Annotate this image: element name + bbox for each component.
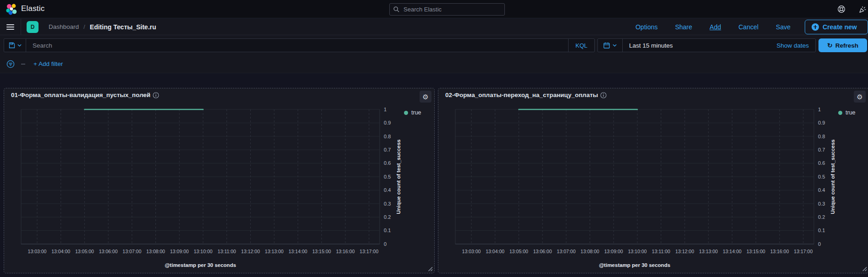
news-feed-icon[interactable] bbox=[858, 5, 867, 14]
global-header: Elastic bbox=[0, 0, 868, 18]
y-axis-title: Unique count of test_success bbox=[830, 109, 835, 244]
space-avatar[interactable]: D bbox=[27, 21, 39, 33]
x-tick-label: 13:14:00 bbox=[723, 249, 741, 254]
x-tick-label: 13:08:00 bbox=[581, 249, 599, 254]
saved-query-menu-button[interactable] bbox=[4, 39, 26, 52]
menu-icon[interactable] bbox=[0, 19, 21, 35]
x-tick-label: 13:04:00 bbox=[486, 249, 504, 254]
y-tick-label: 0.1 bbox=[818, 228, 825, 233]
x-tick-label: 13:03:00 bbox=[462, 249, 481, 254]
panel-settings-gear-icon[interactable]: ⚙ bbox=[420, 91, 431, 103]
x-tick-label: 13:13:00 bbox=[265, 249, 284, 254]
x-tick-label: 13:04:00 bbox=[51, 249, 70, 254]
x-tick-label: 13:15:00 bbox=[312, 249, 331, 254]
y-tick-label: 0.3 bbox=[384, 201, 391, 206]
share-button[interactable]: Share bbox=[666, 23, 701, 31]
create-new-button[interactable]: Create new bbox=[805, 20, 868, 34]
add-button[interactable]: Add bbox=[701, 23, 730, 31]
y-tick-label: 0.8 bbox=[818, 134, 825, 139]
x-tick-label: 13:16:00 bbox=[336, 249, 355, 254]
filter-icon[interactable] bbox=[4, 60, 17, 69]
refresh-icon: ↻ bbox=[827, 42, 833, 49]
search-icon bbox=[393, 6, 399, 12]
toolbar-actions: Options Share Add Cancel Save Create new bbox=[627, 20, 868, 34]
options-button[interactable]: Options bbox=[627, 23, 666, 31]
time-range-value[interactable]: Last 15 minutes bbox=[623, 42, 679, 49]
y-tick-label: 0.5 bbox=[818, 174, 825, 179]
x-tick-label: 13:11:00 bbox=[218, 249, 236, 254]
panel-title: 01-Форма_оплаты-валидация_пустых_полей bbox=[11, 92, 150, 98]
save-button[interactable]: Save bbox=[767, 23, 799, 31]
breadcrumb: Dashboard / Editing Тесты_Site.ru bbox=[49, 23, 156, 31]
filter-drop-hint bbox=[21, 64, 25, 65]
legend-label: true bbox=[846, 109, 856, 116]
x-tick-label: 13:12:00 bbox=[675, 249, 694, 254]
y-tick-label: 0.6 bbox=[384, 160, 391, 166]
x-tick-label: 13:11:00 bbox=[652, 249, 670, 254]
chevron-down-icon bbox=[17, 44, 22, 47]
query-bar: KQL Last 15 minutes Show dates ↻ Refresh bbox=[0, 36, 868, 55]
x-tick-label: 13:10:00 bbox=[628, 249, 647, 254]
cancel-button[interactable]: Cancel bbox=[730, 23, 767, 31]
x-tick-label: 13:08:00 bbox=[146, 249, 165, 254]
panel-resize-handle[interactable] bbox=[428, 266, 433, 272]
elastic-logo[interactable] bbox=[6, 3, 17, 15]
y-tick-label: 0.7 bbox=[818, 147, 825, 152]
panel-resize-handle[interactable] bbox=[862, 266, 867, 272]
x-tick-label: 13:06:00 bbox=[99, 249, 118, 254]
x-tick-label: 13:07:00 bbox=[122, 249, 141, 254]
x-tick-label: 13:17:00 bbox=[359, 249, 378, 254]
breadcrumb-dashboard[interactable]: Dashboard bbox=[49, 23, 79, 30]
y-tick-label: 0 bbox=[818, 241, 821, 247]
y-tick-label: 1 bbox=[818, 107, 821, 112]
x-tick-label: 13:12:00 bbox=[241, 249, 260, 254]
y-tick-label: 0.7 bbox=[384, 147, 391, 152]
info-icon[interactable] bbox=[600, 92, 607, 98]
date-picker: Last 15 minutes Show dates bbox=[597, 38, 816, 52]
save-icon bbox=[9, 42, 15, 49]
calendar-icon bbox=[603, 42, 610, 49]
help-icon[interactable] bbox=[837, 5, 846, 13]
header-icons bbox=[837, 0, 868, 18]
show-dates-button[interactable]: Show dates bbox=[770, 42, 815, 49]
query-search-input[interactable] bbox=[26, 42, 568, 49]
kql-query-input-box: KQL bbox=[4, 38, 595, 52]
panel-settings-gear-icon[interactable]: ⚙ bbox=[854, 91, 866, 103]
y-tick-label: 0.3 bbox=[818, 201, 825, 206]
legend-dot bbox=[404, 111, 408, 115]
date-quick-select-button[interactable] bbox=[598, 39, 623, 52]
global-search-input[interactable] bbox=[403, 5, 501, 13]
dashboard-toolbar: D Dashboard / Editing Тесты_Site.ru Opti… bbox=[0, 19, 868, 35]
legend-item-true[interactable]: true bbox=[838, 109, 856, 116]
x-tick-label: 13:14:00 bbox=[288, 249, 307, 254]
x-tick-label: 13:16:00 bbox=[770, 249, 789, 254]
x-tick-label: 13:09:00 bbox=[604, 249, 623, 254]
filter-bar: + Add filter bbox=[0, 55, 868, 73]
legend-label: true bbox=[411, 109, 421, 116]
plus-icon bbox=[812, 23, 819, 31]
info-icon[interactable] bbox=[153, 92, 159, 98]
line-chart[interactable]: 00.10.20.30.40.50.60.70.80.9113:03:0013:… bbox=[438, 88, 868, 273]
y-tick-label: 0.1 bbox=[384, 228, 391, 233]
legend-dot bbox=[838, 111, 842, 115]
y-tick-label: 0.9 bbox=[384, 120, 391, 125]
panel-title-row: 02-Форма_оплаты-переход_на_страницу_опла… bbox=[445, 92, 607, 98]
add-filter-link[interactable]: + Add filter bbox=[31, 60, 66, 68]
y-tick-label: 1 bbox=[384, 107, 387, 112]
refresh-label: Refresh bbox=[835, 42, 858, 49]
y-tick-label: 0.8 bbox=[384, 134, 391, 139]
dashboard-panel-2: 00.10.20.30.40.50.60.70.80.9113:03:0013:… bbox=[438, 88, 868, 273]
x-tick-label: 13:05:00 bbox=[509, 249, 528, 254]
breadcrumb-separator: / bbox=[83, 23, 85, 30]
x-tick-label: 13:06:00 bbox=[533, 249, 552, 254]
legend-item-true[interactable]: true bbox=[404, 109, 421, 116]
query-language-button[interactable]: KQL bbox=[568, 39, 594, 52]
global-search-box[interactable] bbox=[389, 3, 505, 16]
x-tick-label: 13:10:00 bbox=[194, 249, 212, 254]
y-tick-label: 0.4 bbox=[818, 187, 825, 193]
x-tick-label: 13:07:00 bbox=[557, 249, 575, 254]
chevron-down-icon bbox=[613, 44, 617, 47]
refresh-button[interactable]: ↻ Refresh bbox=[818, 38, 867, 52]
x-axis-title: @timestamp per 30 seconds bbox=[455, 262, 814, 268]
line-chart[interactable]: 00.10.20.30.40.50.60.70.80.9113:03:0013:… bbox=[4, 88, 434, 273]
